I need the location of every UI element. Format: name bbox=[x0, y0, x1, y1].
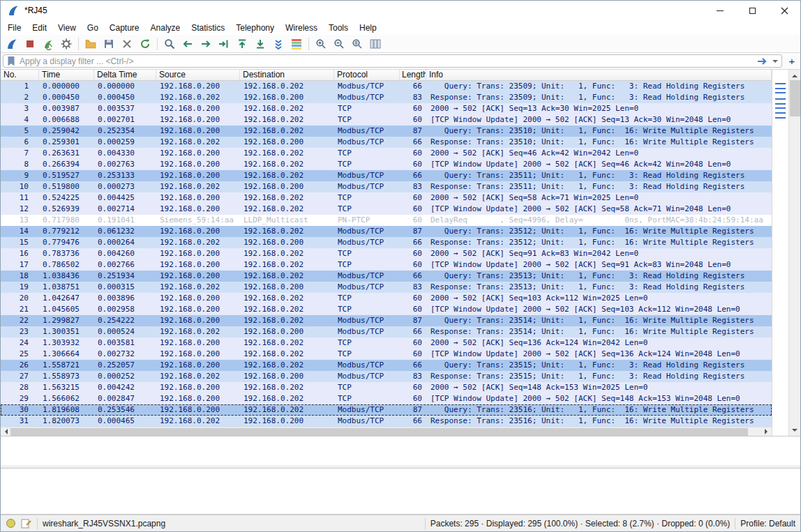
packet-map-scrollbar[interactable] bbox=[772, 70, 788, 436]
packet-row[interactable]: 2 0.000450 0.000450 192.168.0.202 192.16… bbox=[1, 92, 772, 103]
column-header[interactable]: Info bbox=[426, 70, 772, 80]
display-filter-input[interactable] bbox=[20, 56, 753, 66]
cell-time: 0.266394 bbox=[39, 159, 94, 170]
cell-length: 87 bbox=[400, 404, 426, 416]
column-header[interactable]: No. bbox=[1, 70, 39, 80]
cell-no: 1 bbox=[1, 81, 39, 92]
packet-row[interactable]: 17 0.786502 0.002766 192.168.0.200 192.1… bbox=[1, 259, 772, 271]
packet-row[interactable]: 29 1.566062 0.002847 192.168.0.200 192.1… bbox=[1, 393, 772, 404]
horizontal-scrollbar[interactable] bbox=[1, 427, 772, 436]
menu-item[interactable]: File bbox=[2, 21, 27, 35]
packet-row[interactable]: 16 0.783736 0.004260 192.168.0.200 192.1… bbox=[1, 248, 772, 259]
scroll-left-icon[interactable] bbox=[1, 427, 10, 436]
auto-scroll-icon[interactable] bbox=[270, 36, 287, 52]
bookmark-icon[interactable] bbox=[7, 56, 15, 67]
go-forward-icon[interactable] bbox=[197, 36, 214, 52]
menu-item[interactable]: Go bbox=[82, 21, 104, 35]
vertical-scroll-thumb[interactable] bbox=[790, 80, 800, 116]
menu-item[interactable]: Capture bbox=[104, 21, 145, 35]
packet-row[interactable]: 24 1.303932 0.003581 192.168.0.200 192.1… bbox=[1, 337, 772, 349]
go-to-top-icon[interactable] bbox=[234, 36, 250, 52]
packet-row[interactable]: 6 0.259301 0.000259 192.168.0.202 192.16… bbox=[1, 137, 772, 148]
packet-row[interactable]: 10 0.519800 0.000273 192.168.0.202 192.1… bbox=[1, 181, 772, 192]
find-packet-icon[interactable] bbox=[161, 36, 178, 52]
go-to-bottom-icon[interactable] bbox=[252, 36, 269, 52]
column-header[interactable]: Protocol bbox=[334, 70, 400, 80]
packet-row[interactable]: 1 0.000000 0.000000 192.168.0.200 192.16… bbox=[1, 81, 772, 92]
packet-row[interactable]: 18 1.038436 0.251934 192.168.0.200 192.1… bbox=[1, 271, 772, 282]
packet-row[interactable]: 5 0.259042 0.252354 192.168.0.200 192.16… bbox=[1, 126, 772, 137]
window-title: *RJ45 bbox=[24, 6, 47, 15]
packet-row[interactable]: 13 0.717980 0.191041 Siemens_59:14:aa LL… bbox=[1, 215, 772, 226]
zoom-out-icon[interactable] bbox=[331, 36, 347, 52]
stop-capture-icon[interactable] bbox=[22, 36, 38, 52]
menu-item[interactable]: Edit bbox=[27, 21, 52, 35]
scroll-right-icon[interactable] bbox=[762, 427, 772, 436]
cell-protocol: TCP bbox=[334, 192, 400, 204]
maximize-button[interactable] bbox=[736, 1, 768, 20]
close-button[interactable] bbox=[768, 1, 800, 20]
column-header[interactable]: Source bbox=[156, 70, 240, 80]
packet-row[interactable]: 25 1.306664 0.002732 192.168.0.200 192.1… bbox=[1, 349, 772, 360]
add-filter-button[interactable]: + bbox=[786, 55, 798, 67]
column-header[interactable]: Delta Time bbox=[94, 70, 156, 80]
packet-row[interactable]: 28 1.563215 0.004242 192.168.0.200 192.1… bbox=[1, 382, 772, 393]
minimize-button[interactable] bbox=[704, 1, 736, 20]
resize-columns-icon[interactable] bbox=[367, 36, 384, 52]
menu-item[interactable]: Tools bbox=[323, 21, 354, 35]
horizontal-scroll-thumb[interactable] bbox=[10, 428, 748, 436]
cell-source: 192.168.0.200 bbox=[156, 148, 240, 159]
apply-filter-icon[interactable] bbox=[757, 56, 768, 66]
menu-item[interactable]: Wireless bbox=[280, 21, 323, 35]
menu-item[interactable]: Statistics bbox=[186, 21, 230, 35]
scroll-up-icon[interactable] bbox=[789, 70, 801, 80]
go-to-packet-icon[interactable] bbox=[216, 36, 232, 52]
wireshark-logo-icon bbox=[7, 4, 20, 17]
menu-item[interactable]: Help bbox=[354, 21, 382, 35]
capture-comment-icon[interactable] bbox=[21, 518, 32, 529]
save-file-icon[interactable] bbox=[100, 36, 117, 52]
menu-item[interactable]: Telephony bbox=[230, 21, 280, 35]
open-file-icon[interactable] bbox=[82, 36, 99, 52]
filter-dropdown-icon[interactable] bbox=[772, 60, 778, 66]
packet-row[interactable]: 22 1.299827 0.254222 192.168.0.200 192.1… bbox=[1, 315, 772, 326]
packet-row[interactable]: 11 0.524225 0.004425 192.168.0.200 192.1… bbox=[1, 192, 772, 204]
menu-item[interactable]: Analyze bbox=[145, 21, 186, 35]
cell-info: Query: Trans: 23514; Unit: 1, Func: 16: … bbox=[426, 315, 772, 326]
packet-row[interactable]: 9 0.519527 0.253133 192.168.0.200 192.16… bbox=[1, 170, 772, 181]
packet-row[interactable]: 21 1.045605 0.002958 192.168.0.200 192.1… bbox=[1, 304, 772, 315]
profile-label[interactable]: Profile: Default bbox=[740, 519, 795, 529]
packet-row[interactable]: 31 1.820073 0.000465 192.168.0.202 192.1… bbox=[1, 416, 772, 427]
zoom-in-icon[interactable] bbox=[313, 36, 329, 52]
packet-row[interactable]: 4 0.006688 0.002701 192.168.0.200 192.16… bbox=[1, 114, 772, 126]
packet-row[interactable]: 15 0.779476 0.000264 192.168.0.202 192.1… bbox=[1, 237, 772, 248]
packet-counts: Packets: 295 · Displayed: 295 (100.0%) ·… bbox=[431, 519, 731, 529]
packet-row[interactable]: 8 0.266394 0.002763 192.168.0.200 192.16… bbox=[1, 159, 772, 170]
packet-row[interactable]: 7 0.263631 0.004330 192.168.0.200 192.16… bbox=[1, 148, 772, 159]
packet-row[interactable]: 20 1.042647 0.003896 192.168.0.200 192.1… bbox=[1, 293, 772, 304]
start-capture-icon[interactable] bbox=[3, 36, 20, 52]
packet-row[interactable]: 3 0.003987 0.003537 192.168.0.200 192.16… bbox=[1, 103, 772, 114]
restart-capture-icon[interactable] bbox=[40, 36, 57, 52]
scroll-down-icon[interactable] bbox=[789, 425, 801, 436]
packet-row[interactable]: 12 0.526939 0.002714 192.168.0.200 192.1… bbox=[1, 204, 772, 215]
reload-file-icon[interactable] bbox=[137, 36, 154, 52]
packet-row[interactable]: 30 1.819608 0.253546 192.168.0.200 192.1… bbox=[1, 404, 772, 416]
close-file-icon[interactable] bbox=[119, 36, 135, 52]
packet-row[interactable]: 27 1.558973 0.000252 192.168.0.202 192.1… bbox=[1, 371, 772, 382]
packet-row[interactable]: 14 0.779212 0.061232 192.168.0.200 192.1… bbox=[1, 226, 772, 237]
column-header[interactable]: Destination bbox=[240, 70, 334, 80]
packet-row[interactable]: 19 1.038751 0.000315 192.168.0.202 192.1… bbox=[1, 282, 772, 293]
packet-row[interactable]: 23 1.300351 0.000524 192.168.0.202 192.1… bbox=[1, 326, 772, 337]
menu-item[interactable]: View bbox=[52, 21, 82, 35]
column-header[interactable]: Length bbox=[400, 70, 426, 80]
vertical-scrollbar[interactable] bbox=[788, 70, 800, 436]
packet-row[interactable]: 26 1.558721 0.252057 192.168.0.200 192.1… bbox=[1, 360, 772, 371]
expert-info-icon[interactable] bbox=[6, 518, 16, 529]
capture-options-icon[interactable] bbox=[58, 36, 75, 52]
cell-time: 0.779212 bbox=[39, 226, 94, 237]
column-header[interactable]: Time bbox=[39, 70, 94, 80]
zoom-original-icon[interactable] bbox=[349, 36, 366, 52]
colorize-packets-icon[interactable] bbox=[288, 36, 305, 52]
go-back-icon[interactable] bbox=[179, 36, 196, 52]
